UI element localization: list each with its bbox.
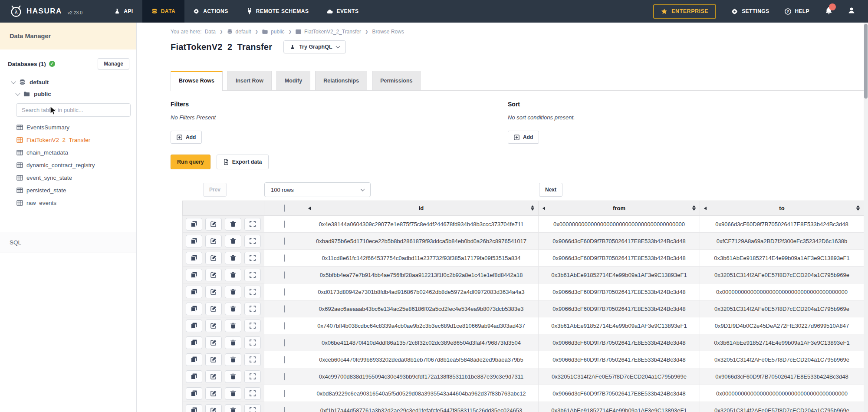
delete-row-button[interactable] bbox=[225, 235, 241, 247]
notifications-button[interactable] bbox=[825, 7, 832, 16]
row-checkbox[interactable] bbox=[284, 237, 285, 245]
chevron-down-icon[interactable] bbox=[15, 91, 20, 96]
sort-icon[interactable] bbox=[531, 205, 534, 211]
sidebar-table-item[interactable]: dynamic_contract_registry bbox=[0, 159, 136, 171]
tab[interactable]: Modify bbox=[276, 71, 310, 90]
add-filter-button[interactable]: Add bbox=[171, 131, 202, 144]
try-graphql-button[interactable]: Try GraphQL bbox=[283, 40, 345, 53]
delete-row-button[interactable] bbox=[225, 320, 241, 332]
expand-row-button[interactable] bbox=[244, 252, 261, 264]
delete-row-button[interactable] bbox=[225, 286, 241, 298]
sidebar-table-item[interactable]: raw_events bbox=[0, 197, 136, 209]
row-checkbox[interactable] bbox=[284, 271, 285, 279]
delete-row-button[interactable] bbox=[225, 252, 241, 264]
run-query-button[interactable]: Run query bbox=[171, 155, 210, 169]
copy-row-button[interactable] bbox=[186, 336, 202, 349]
tab[interactable]: Insert Row bbox=[227, 71, 272, 90]
tab[interactable]: Relationships bbox=[315, 71, 367, 90]
breadcrumb-data[interactable]: Data bbox=[205, 29, 216, 35]
collapse-column-icon[interactable] bbox=[308, 207, 311, 210]
row-checkbox[interactable] bbox=[284, 288, 285, 296]
delete-row-button[interactable] bbox=[225, 269, 241, 281]
expand-row-button[interactable] bbox=[244, 336, 261, 349]
row-checkbox[interactable] bbox=[284, 339, 285, 346]
tab[interactable]: Browse Rows bbox=[171, 71, 223, 91]
copy-row-button[interactable] bbox=[186, 303, 202, 315]
row-checkbox[interactable] bbox=[284, 254, 285, 262]
expand-row-button[interactable] bbox=[244, 387, 261, 400]
edit-row-button[interactable] bbox=[205, 286, 222, 298]
breadcrumb-table[interactable]: FiatTokenV2_2_Transfer bbox=[304, 29, 361, 35]
delete-row-button[interactable] bbox=[225, 370, 241, 383]
row-checkbox[interactable] bbox=[284, 373, 285, 380]
settings-button[interactable]: SETTINGS bbox=[732, 8, 769, 15]
user-menu-button[interactable] bbox=[848, 7, 855, 16]
sidebar-sql-section[interactable]: SQL bbox=[0, 232, 136, 253]
manage-button[interactable]: Manage bbox=[98, 58, 129, 69]
nav-item-actions[interactable]: ACTIONS bbox=[184, 0, 237, 23]
nav-item-remote-schemas[interactable]: REMOTE SCHEMAS bbox=[237, 0, 318, 23]
edit-row-button[interactable] bbox=[205, 235, 222, 247]
delete-row-button[interactable] bbox=[225, 336, 241, 349]
expand-row-button[interactable] bbox=[244, 370, 261, 383]
copy-row-button[interactable] bbox=[186, 404, 202, 412]
edit-row-button[interactable] bbox=[205, 252, 222, 264]
row-checkbox[interactable] bbox=[284, 407, 285, 412]
delete-row-button[interactable] bbox=[225, 218, 241, 231]
search-tables-input[interactable] bbox=[16, 103, 131, 117]
delete-row-button[interactable] bbox=[225, 387, 241, 400]
collapse-column-icon[interactable] bbox=[704, 207, 707, 210]
tree-node-database[interactable]: default bbox=[0, 76, 136, 88]
expand-row-button[interactable] bbox=[244, 269, 261, 281]
sort-icon[interactable] bbox=[856, 205, 860, 211]
edit-row-button[interactable] bbox=[205, 320, 222, 332]
edit-row-button[interactable] bbox=[205, 387, 222, 400]
prev-page-button[interactable]: Prev bbox=[203, 183, 227, 197]
copy-row-button[interactable] bbox=[186, 353, 202, 366]
vertical-scrollbar[interactable] bbox=[864, 23, 868, 412]
edit-row-button[interactable] bbox=[205, 303, 222, 315]
row-checkbox[interactable] bbox=[284, 322, 285, 330]
expand-row-button[interactable] bbox=[244, 303, 261, 315]
row-checkbox[interactable] bbox=[284, 221, 285, 228]
sort-icon[interactable] bbox=[692, 205, 696, 211]
export-data-button[interactable]: Export data bbox=[217, 155, 269, 169]
sidebar-table-item[interactable]: FiatTokenV2_2_Transfer bbox=[0, 134, 136, 146]
column-header-id[interactable]: id bbox=[304, 201, 539, 216]
expand-row-button[interactable] bbox=[244, 218, 261, 231]
breadcrumb-database[interactable]: default bbox=[236, 29, 251, 35]
sidebar-table-item[interactable]: EventsSummary bbox=[0, 121, 136, 134]
add-sort-button[interactable]: Add bbox=[508, 131, 539, 144]
row-checkbox[interactable] bbox=[284, 390, 285, 397]
copy-row-button[interactable] bbox=[186, 235, 202, 247]
chevron-down-icon[interactable] bbox=[11, 79, 16, 84]
delete-row-button[interactable] bbox=[225, 404, 241, 412]
copy-row-button[interactable] bbox=[186, 320, 202, 332]
expand-row-button[interactable] bbox=[244, 320, 261, 332]
edit-row-button[interactable] bbox=[205, 269, 222, 281]
hasura-logo-area[interactable]: λ HASURA v2.23.0 bbox=[0, 0, 82, 23]
sidebar-table-item[interactable]: event_sync_state bbox=[0, 171, 136, 184]
column-header-to[interactable]: to bbox=[700, 201, 864, 216]
copy-row-button[interactable] bbox=[186, 370, 202, 383]
copy-row-button[interactable] bbox=[186, 252, 202, 264]
collapse-column-icon[interactable] bbox=[542, 207, 545, 210]
expand-row-button[interactable] bbox=[244, 235, 261, 247]
select-all-checkbox[interactable] bbox=[284, 204, 285, 212]
delete-row-button[interactable] bbox=[225, 303, 241, 315]
nav-item-data[interactable]: DATA bbox=[142, 0, 185, 23]
sidebar-table-item[interactable]: chain_metadata bbox=[0, 146, 136, 159]
breadcrumb-schema[interactable]: public bbox=[271, 29, 284, 35]
nav-item-api[interactable]: API bbox=[105, 0, 142, 23]
column-header-from[interactable]: from bbox=[539, 201, 700, 216]
edit-row-button[interactable] bbox=[205, 218, 222, 231]
row-checkbox[interactable] bbox=[284, 356, 285, 363]
enterprise-button[interactable]: ENTERPRISE bbox=[653, 4, 716, 19]
edit-row-button[interactable] bbox=[205, 370, 222, 383]
rows-per-page-select[interactable]: 100 rows bbox=[264, 182, 371, 197]
scrollbar-thumb[interactable] bbox=[864, 24, 868, 99]
copy-row-button[interactable] bbox=[186, 269, 202, 281]
edit-row-button[interactable] bbox=[205, 336, 222, 349]
row-checkbox[interactable] bbox=[284, 305, 285, 313]
expand-row-button[interactable] bbox=[244, 286, 261, 298]
